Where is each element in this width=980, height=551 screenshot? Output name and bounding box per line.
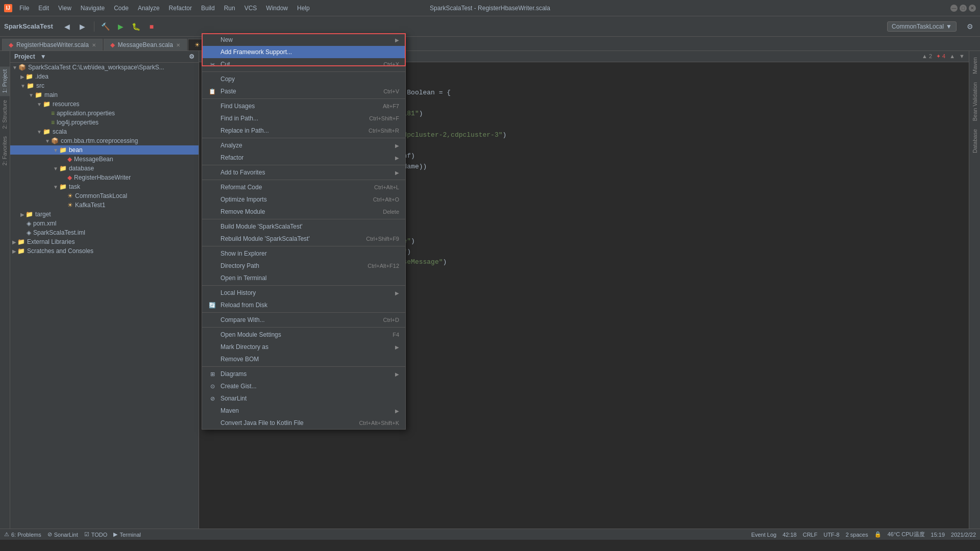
menu-item-diagrams[interactable]: ⊞Diagrams▶ xyxy=(202,368,405,380)
todo-tab[interactable]: ☑ TODO xyxy=(84,531,108,538)
menu-item-open-terminal[interactable]: Open in Terminal xyxy=(202,272,405,284)
problems-tab[interactable]: ⚠ 6: Problems xyxy=(4,531,41,538)
menu-item-rebuild-module[interactable]: Rebuild Module 'SparkScalaTest'Ctrl+Shif… xyxy=(202,233,405,245)
menu-item-remove-module[interactable]: Remove ModuleDelete xyxy=(202,206,405,218)
sonarlint-tab[interactable]: ⊘ SonarLint xyxy=(47,531,78,538)
menu-item-directory-path[interactable]: Directory PathCtrl+Alt+F12 xyxy=(202,260,405,272)
menu-item-code[interactable]: Code xyxy=(110,3,133,14)
terminal-tab[interactable]: ▶ Terminal xyxy=(113,531,141,538)
menu-item-add-favorites[interactable]: Add to Favorites▶ xyxy=(202,166,405,179)
right-tab-database[interactable]: Database xyxy=(970,125,980,157)
menu-item-view[interactable]: View xyxy=(54,3,76,14)
menu-item-vcs[interactable]: VCS xyxy=(240,3,261,14)
indent[interactable]: 2 spaces xyxy=(846,532,868,538)
event-log[interactable]: Event Log xyxy=(751,532,777,538)
menu-item-maven[interactable]: Maven▶ xyxy=(202,405,405,417)
menu-item-reformat[interactable]: Reformat CodeCtrl+Alt+L xyxy=(202,181,405,193)
context-menu[interactable]: New▶Add Framework Support...✂CutCtrl+XCo… xyxy=(202,33,406,430)
tree-item[interactable]: ▶📁.idea xyxy=(10,72,199,81)
titlebar: IJ FileEditViewNavigateCodeAnalyzeRefact… xyxy=(0,0,980,16)
settings-button[interactable]: ⚙ xyxy=(964,20,976,33)
right-tab-bean-validation[interactable]: Bean Validation xyxy=(970,78,980,125)
menu-item-help[interactable]: Help xyxy=(293,3,314,14)
tree-item[interactable]: ▼📁task xyxy=(10,182,199,191)
menu-item-sonarlint[interactable]: ⊘SonarLint xyxy=(202,392,405,405)
minimize-button[interactable]: — xyxy=(950,5,958,12)
vtab-project[interactable]: 1: Project xyxy=(0,66,10,96)
menu-item-show-explorer[interactable]: Show in Explorer xyxy=(202,247,405,260)
menu-item-new[interactable]: New▶ xyxy=(202,34,405,46)
tree-item[interactable]: ☀CommonTaskLocal xyxy=(10,191,199,201)
menu-item-remove-bom[interactable]: Remove BOM xyxy=(202,353,405,365)
diagrams-arrow: ▶ xyxy=(395,371,399,377)
stop-button[interactable]: ■ xyxy=(145,20,158,33)
menu-item-run[interactable]: Run xyxy=(220,3,239,14)
line-sep[interactable]: CRLF xyxy=(803,532,818,538)
back-button[interactable]: ◀ xyxy=(61,20,74,33)
menu-item-replace-in-path[interactable]: Replace in Path...Ctrl+Shift+R xyxy=(202,124,405,137)
folder_bean-icon: 📁 xyxy=(59,146,67,154)
build-button[interactable]: 🔨 xyxy=(100,20,112,33)
menu-item-create-gist[interactable]: ⊙Create Gist... xyxy=(202,380,405,392)
menu-item-refactor[interactable]: Refactor▶ xyxy=(202,152,405,164)
menu-item-compare-with[interactable]: Compare With...Ctrl+D xyxy=(202,314,405,326)
run-config[interactable]: CommonTaskLocal ▼ xyxy=(887,21,957,32)
menu-item-edit[interactable]: Edit xyxy=(34,3,53,14)
menu-item-local-history[interactable]: Local History▶ xyxy=(202,287,405,299)
tree-item[interactable]: ▼📁main xyxy=(10,90,199,99)
menu-item-copy[interactable]: Copy xyxy=(202,73,405,85)
nav-up[interactable]: ▲ xyxy=(949,53,955,60)
tree-item[interactable]: ≡log4j.properties xyxy=(10,118,199,127)
menu-item-open-module-settings[interactable]: Open Module SettingsF4 xyxy=(202,329,405,341)
menu-item-build-module[interactable]: Build Module 'SparkScalaTest' xyxy=(202,220,405,233)
tree-item[interactable]: ≡application.properties xyxy=(10,109,199,118)
menu-item-find-usages[interactable]: Find UsagesAlt+F7 xyxy=(202,100,405,112)
maximize-button[interactable]: □ xyxy=(960,5,967,12)
tree-item[interactable]: ◈SparkScalaTest.iml xyxy=(10,228,199,237)
tab-close[interactable]: ✕ xyxy=(176,42,180,48)
debug-button[interactable]: 🐛 xyxy=(130,20,142,33)
vtab-favorites[interactable]: 2: Favorites xyxy=(0,133,10,168)
tree-item[interactable]: ▶📁Scratches and Consoles xyxy=(10,246,199,256)
tree-item[interactable]: ▼📁scala xyxy=(10,127,199,136)
tree-item[interactable]: ◆RegisterHbaseWriter xyxy=(10,173,199,182)
menu-item-find-in-path[interactable]: Find in Path...Ctrl+Shift+F xyxy=(202,112,405,124)
menu-item-window[interactable]: Window xyxy=(262,3,292,14)
menu-item-reload-disk[interactable]: 🔄Reload from Disk xyxy=(202,299,405,311)
tree-item[interactable]: ▼📦SparkScalaTest C:\Lwb\idea_workspace\S… xyxy=(10,63,199,72)
menu-item-navigate[interactable]: Navigate xyxy=(77,3,109,14)
menu-item-cut[interactable]: ✂CutCtrl+X xyxy=(202,58,405,70)
tree-item[interactable]: ▶📁target xyxy=(10,210,199,219)
tree-item[interactable]: ◈pom.xml xyxy=(10,219,199,228)
tree-item[interactable]: ▼📁resources xyxy=(10,99,199,109)
menu-item-analyze[interactable]: Analyze xyxy=(134,3,164,14)
vtab-structure[interactable]: 2: Structure xyxy=(0,97,10,132)
gear-icon[interactable]: ⚙ xyxy=(189,53,194,60)
right-tab-maven[interactable]: Maven xyxy=(970,53,980,78)
menu-item-add-framework[interactable]: Add Framework Support... xyxy=(202,46,405,58)
folder-icon: 📁 xyxy=(43,128,51,135)
menu-item-convert-java[interactable]: Convert Java File to Kotlin FileCtrl+Alt… xyxy=(202,417,405,429)
tree-item[interactable]: ▶📁External Libraries xyxy=(10,237,199,246)
tree-item[interactable]: ◆MessageBean xyxy=(10,155,199,164)
menu-item-build[interactable]: Build xyxy=(197,3,219,14)
menu-item-paste[interactable]: 📋PasteCtrl+V xyxy=(202,85,405,97)
tree-item[interactable]: ☀KafkaTest1 xyxy=(10,201,199,210)
tab-close[interactable]: ✕ xyxy=(92,42,96,48)
encoding[interactable]: UTF-8 xyxy=(823,532,839,538)
tree-item[interactable]: ▼📦com.bba.rtm.coreprocessing xyxy=(10,136,199,145)
nav-down[interactable]: ▼ xyxy=(959,53,965,60)
tree-item[interactable]: ▼📁src xyxy=(10,81,199,90)
tree-item[interactable]: ▼📁bean xyxy=(10,145,199,155)
close-button[interactable]: ✕ xyxy=(969,5,976,12)
menu-item-optimize-imports[interactable]: Optimize ImportsCtrl+Alt+O xyxy=(202,193,405,206)
menu-item-analyze[interactable]: Analyze▶ xyxy=(202,139,405,152)
menu-item-mark-directory[interactable]: Mark Directory as▶ xyxy=(202,341,405,353)
tab-0[interactable]: ◆RegisterHbaseWriter.scala✕ xyxy=(2,39,103,51)
tree-item[interactable]: ▼📁database xyxy=(10,164,199,173)
forward-button[interactable]: ▶ xyxy=(77,20,89,33)
tab-1[interactable]: ◆MessageBean.scala✕ xyxy=(104,39,187,51)
menu-item-refactor[interactable]: Refactor xyxy=(165,3,196,14)
menu-item-file[interactable]: File xyxy=(15,3,33,14)
run-button[interactable]: ▶ xyxy=(115,20,127,33)
